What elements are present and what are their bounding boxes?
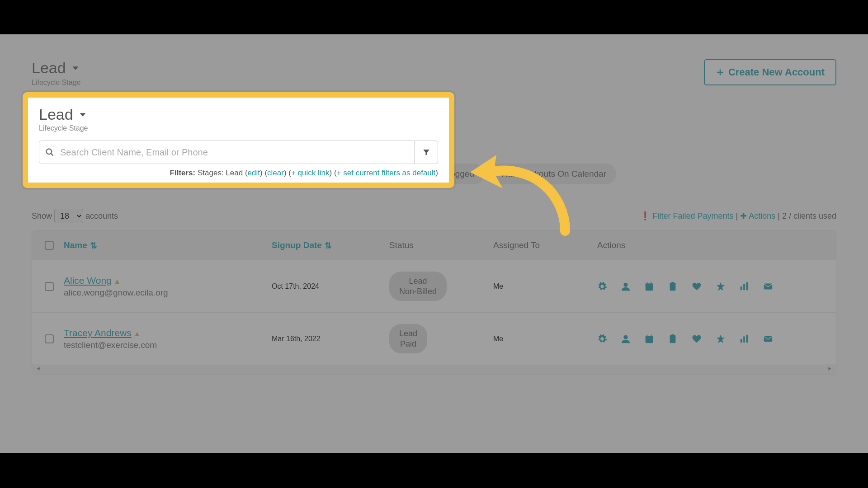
search-input[interactable] [39,141,415,164]
col-actions: Actions [593,240,836,250]
bar-chart-icon[interactable] [739,282,749,291]
sort-icon: ⇅ [325,240,332,251]
stage-subtitle: Lifecycle Stage [32,79,443,87]
row-actions [593,334,836,344]
filters-set-default-link[interactable]: + set current filters as default [337,169,436,177]
table-controls: Show 18 accounts ❗ Filter Failed Payment… [32,209,836,223]
horizontal-scroll-hint[interactable] [32,365,836,375]
col-name[interactable]: Name ⇅ [64,240,263,251]
heartbeat-icon[interactable] [691,334,702,344]
user-icon[interactable] [621,282,631,291]
col-signup[interactable]: Signup Date ⇅ [272,240,380,251]
plus-icon [716,68,725,77]
quick-link-pill[interactable]: Has Workouts On Calendar [491,164,616,184]
svg-rect-11 [741,286,742,290]
calendar-icon[interactable] [644,334,654,344]
envelope-icon[interactable] [763,334,774,344]
svg-rect-21 [671,334,674,336]
lifecycle-stage-dropdown[interactable]: Lead [32,59,443,77]
clients-used: 2 / clients used [782,211,836,221]
svg-rect-22 [741,339,742,343]
page-size-select[interactable]: 18 [54,209,83,223]
col-status: Status [385,240,489,250]
table-row: Tracey Andrews ▲ testclient@exercise.com… [32,312,836,365]
clipboard-icon[interactable] [668,282,678,291]
chevron-down-icon [78,110,88,120]
svg-line-27 [51,154,53,156]
row-checkbox[interactable] [45,282,54,291]
clients-table: Name ⇅ Signup Date ⇅ Status Assigned To … [32,230,836,375]
alert-icon: ❗ [640,211,650,221]
signup-date: Mar 16th, 2022 [267,335,385,343]
table-row: Alice Wong ▲ alice.wong@gnow.ecila.org O… [32,260,836,312]
signup-date: Oct 17th, 2024 [267,282,385,291]
row-checkbox[interactable] [45,334,54,343]
svg-rect-20 [670,335,676,343]
svg-rect-14 [764,283,772,289]
svg-rect-13 [746,282,748,290]
bar-chart-icon[interactable] [739,334,749,344]
warning-icon: ▲ [133,330,141,338]
svg-rect-6 [646,283,653,286]
svg-rect-23 [743,336,745,343]
filters-quicklink-link[interactable]: + quick link [291,169,330,177]
filters-summary: Filters: Stages: Lead (edit) (clear) (+ … [39,169,438,178]
col-assigned: Assigned To [489,240,593,250]
svg-point-15 [623,335,627,339]
svg-point-26 [47,149,52,155]
table-header: Name ⇅ Signup Date ⇅ Status Assigned To … [32,231,836,260]
filters-edit-link[interactable]: edit [248,169,260,177]
app-viewport: Lead Lifecycle Stage Filters: [0,34,868,453]
client-email: testclient@exercise.com [64,340,263,350]
create-account-button[interactable]: Create New Account [704,59,836,85]
stage-subtitle: Lifecycle Stage [39,124,438,132]
user-icon[interactable] [621,334,631,344]
status-badge: LeadPaid [389,324,427,353]
gear-icon[interactable] [597,334,607,344]
search-icon [45,148,54,157]
row-actions [593,282,836,291]
status-badge: LeadNon-Billed [389,272,447,301]
svg-rect-17 [646,336,653,338]
select-all-checkbox[interactable] [45,241,54,250]
sort-icon: ⇅ [90,240,97,251]
warning-icon: ▲ [113,277,121,285]
client-name-link[interactable]: Alice Wong [64,275,112,286]
calendar-icon[interactable] [644,282,654,291]
lifecycle-stage-dropdown[interactable]: Lead [39,106,438,123]
svg-rect-24 [746,334,748,342]
filter-button[interactable] [415,141,438,164]
envelope-icon[interactable] [763,282,774,291]
client-name-link[interactable]: Tracey Andrews [64,328,132,338]
star-icon[interactable] [716,334,726,344]
filter-failed-payments-link[interactable]: Filter Failed Payments [652,211,733,221]
svg-rect-25 [764,336,772,342]
svg-rect-10 [671,282,674,283]
filters-clear-link[interactable]: clear [267,169,284,177]
star-icon[interactable] [716,282,726,291]
heartbeat-icon[interactable] [691,282,702,291]
assigned-to: Me [489,282,593,291]
svg-rect-9 [670,282,676,290]
filter-icon [422,148,430,156]
stage-title-text: Lead [32,59,66,77]
svg-point-4 [623,282,627,286]
svg-rect-12 [743,284,745,290]
clipboard-icon[interactable] [668,334,678,344]
client-email: alice.wong@gnow.ecila.org [64,288,263,298]
assigned-to: Me [489,335,593,343]
highlight-callout: Lead Lifecycle Stage Filters: Stages: Le… [23,92,454,188]
chevron-down-icon [71,63,80,73]
gear-icon[interactable] [597,282,607,291]
actions-link[interactable]: ✚ Actions [740,211,775,221]
